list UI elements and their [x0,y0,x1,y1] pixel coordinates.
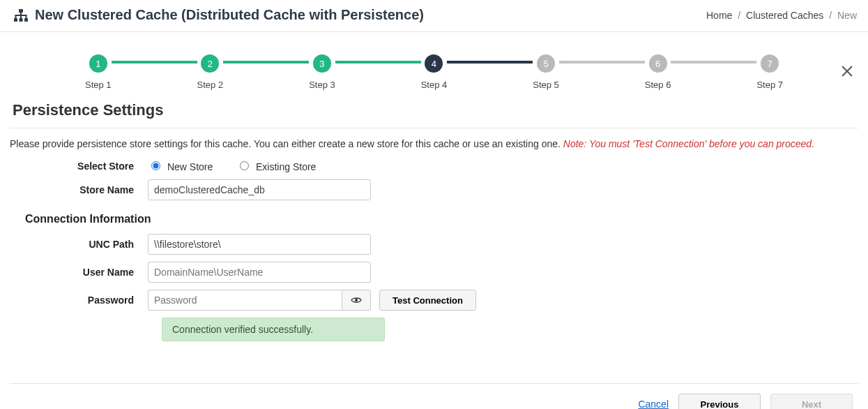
sitemap-icon [14,9,28,22]
password-wrap [148,290,371,311]
label-select-store: Select Store [8,161,148,172]
step-1: 1Step 1 [85,54,112,90]
step-connector [671,61,756,64]
step-6: 6Step 6 [645,54,671,90]
step-label: Step 5 [533,80,559,90]
help-text: Please provide persistence store setting… [8,137,860,159]
step-label: Step 2 [197,80,224,90]
step-7: 7Step 7 [756,54,783,90]
row-store-name: Store Name [8,179,860,200]
test-connection-button[interactable]: Test Connection [379,290,476,311]
radio-new-store-label[interactable]: New Store [148,161,215,172]
stepper: 1Step 12Step 23Step 34Step 45Step 56Step… [8,54,860,90]
svg-rect-7 [20,15,22,18]
label-store-name: Store Name [8,184,148,195]
breadcrumb-current: New [837,10,857,21]
step-connector [559,61,645,64]
step-label: Step 4 [421,80,448,90]
previous-button[interactable]: Previous [678,394,761,409]
toggle-password-button[interactable] [342,290,371,311]
step-5: 5Step 5 [533,54,559,90]
breadcrumb-sep: / [829,10,832,21]
step-circle: 1 [89,54,107,73]
step-circle: 5 [537,54,555,73]
page-title: New Clustered Cache (Distributed Cache w… [35,7,424,23]
row-unc-path: UNC Path [8,234,860,255]
step-circle: 6 [649,54,667,73]
help-text-body: Please provide persistence store setting… [10,138,563,149]
svg-point-11 [355,299,358,302]
step-connector [447,61,533,64]
help-note: Note: You must 'Test Connection' before … [563,138,814,149]
step-label: Step 1 [85,80,112,90]
radio-new-store[interactable] [151,161,160,170]
svg-rect-2 [20,18,23,22]
password-input[interactable] [148,290,342,311]
close-icon[interactable] [840,64,854,80]
unc-path-input[interactable] [148,234,371,255]
step-3: 3Step 3 [309,54,335,90]
radio-existing-store-text: Existing Store [256,161,316,172]
breadcrumb-caches[interactable]: Clustered Caches [746,10,823,21]
breadcrumb: Home / Clustered Caches / New [706,10,857,21]
next-button: Next [770,394,853,409]
connection-status: Connection verified successfully. [162,318,385,341]
breadcrumb-sep: / [738,10,740,21]
footer: Cancel Previous Next [10,383,858,409]
step-connector [335,61,421,64]
radio-existing-store[interactable] [240,161,249,170]
step-4: 4Step 4 [421,54,448,90]
row-password: Password Test Connection [8,290,860,311]
cancel-link[interactable]: Cancel [638,399,669,409]
step-circle: 7 [761,54,779,73]
page-title-wrap: New Clustered Cache (Distributed Cache w… [14,7,424,23]
content: 1Step 12Step 23Step 34Step 45Step 56Step… [0,54,868,409]
step-connector [223,61,309,64]
breadcrumb-home[interactable]: Home [706,10,732,21]
page-header: New Clustered Cache (Distributed Cache w… [0,0,868,32]
step-label: Step 3 [309,80,335,90]
label-unc-path: UNC Path [8,239,148,250]
radio-existing-store-label[interactable]: Existing Store [236,161,316,172]
store-name-input[interactable] [148,179,371,200]
step-label: Step 7 [756,80,783,90]
subheading-connection: Connection Information [25,213,860,225]
step-circle: 4 [425,54,443,73]
step-connector [112,61,197,64]
row-select-store: Select Store New Store Existing Store [8,159,860,172]
label-password: Password [8,295,148,306]
user-name-input[interactable] [148,262,371,283]
eye-icon [351,297,362,304]
row-user-name: User Name [8,262,860,283]
step-circle: 2 [201,54,219,73]
svg-rect-8 [26,15,27,18]
svg-rect-1 [14,18,17,22]
svg-rect-0 [19,9,23,13]
svg-rect-6 [15,15,17,18]
label-user-name: User Name [8,267,148,278]
section-title: Persistence Settings [10,97,858,128]
step-2: 2Step 2 [197,54,224,90]
step-circle: 3 [313,54,331,73]
radio-new-store-text: New Store [167,161,213,172]
step-label: Step 6 [645,80,671,90]
radio-group-store: New Store Existing Store [148,159,337,172]
svg-rect-3 [24,18,28,22]
